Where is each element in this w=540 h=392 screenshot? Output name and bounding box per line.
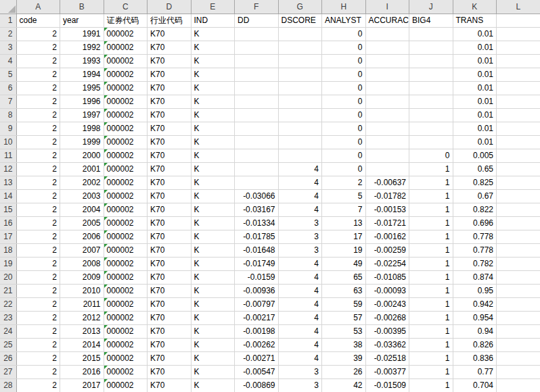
cell-D23[interactable]: K70 <box>148 311 192 324</box>
row-header-10[interactable]: 10 <box>0 135 16 149</box>
cell-J27[interactable]: 1 <box>409 365 453 378</box>
cell-J21[interactable]: 1 <box>409 284 453 297</box>
cell-K2[interactable]: 0.01 <box>453 27 497 41</box>
cell-G5[interactable] <box>278 68 322 81</box>
cell-A22[interactable]: 2 <box>16 297 60 311</box>
cell-J6[interactable] <box>409 81 453 95</box>
cell-C28[interactable]: 000002 <box>104 378 148 392</box>
cell-H10[interactable]: 0 <box>322 135 366 149</box>
cell-J7[interactable] <box>409 95 453 108</box>
cell-L22[interactable] <box>497 297 540 311</box>
cell-G23[interactable]: 4 <box>278 311 322 324</box>
cell-J4[interactable] <box>409 54 453 68</box>
cell-L13[interactable] <box>497 176 540 189</box>
cell-E26[interactable]: K <box>191 351 235 365</box>
cell-C12[interactable]: 000002 <box>104 162 148 176</box>
cell-L8[interactable] <box>497 108 540 122</box>
cell-K17[interactable]: 0.778 <box>453 230 497 243</box>
cell-D17[interactable]: K70 <box>148 230 192 243</box>
cell-K24[interactable]: 0.94 <box>453 324 497 338</box>
cell-G28[interactable]: 3 <box>278 378 322 392</box>
cell-K20[interactable]: 0.874 <box>453 270 497 284</box>
cell-I26[interactable]: -0.02518 <box>365 351 409 365</box>
column-header-I[interactable]: I <box>365 0 409 14</box>
cell-H27[interactable]: 26 <box>322 365 366 378</box>
cell-B1[interactable]: year <box>60 14 104 27</box>
cell-C19[interactable]: 000002 <box>104 257 148 270</box>
cell-G19[interactable]: 4 <box>278 257 322 270</box>
cell-A25[interactable]: 2 <box>16 338 60 351</box>
cell-B15[interactable]: 2004 <box>60 203 104 216</box>
cell-A18[interactable]: 2 <box>16 243 60 257</box>
cell-E18[interactable]: K <box>191 243 235 257</box>
cell-L10[interactable] <box>497 135 540 149</box>
cell-E1[interactable]: IND <box>191 14 235 27</box>
cell-D10[interactable]: K70 <box>148 135 192 149</box>
cell-B2[interactable]: 1991 <box>60 27 104 41</box>
cell-D26[interactable]: K70 <box>148 351 192 365</box>
cell-C24[interactable]: 000002 <box>104 324 148 338</box>
cell-A21[interactable]: 2 <box>16 284 60 297</box>
cell-E23[interactable]: K <box>191 311 235 324</box>
cell-D11[interactable]: K70 <box>148 149 192 162</box>
cell-B11[interactable]: 2000 <box>60 149 104 162</box>
cell-J24[interactable]: 1 <box>409 324 453 338</box>
cell-G7[interactable] <box>278 95 322 108</box>
cell-G9[interactable] <box>278 122 322 135</box>
cell-L6[interactable] <box>497 81 540 95</box>
cell-I28[interactable]: -0.01509 <box>365 378 409 392</box>
cell-H21[interactable]: 63 <box>322 284 366 297</box>
cell-D19[interactable]: K70 <box>148 257 192 270</box>
cell-H16[interactable]: 13 <box>322 216 366 230</box>
cell-L19[interactable] <box>497 257 540 270</box>
cell-I20[interactable]: -0.01085 <box>365 270 409 284</box>
column-header-A[interactable]: A <box>16 0 60 14</box>
cell-L3[interactable] <box>497 41 540 54</box>
cell-H26[interactable]: 39 <box>322 351 366 365</box>
cell-G12[interactable]: 4 <box>278 162 322 176</box>
column-header-G[interactable]: G <box>278 0 322 14</box>
cell-B20[interactable]: 2009 <box>60 270 104 284</box>
column-header-B[interactable]: B <box>60 0 104 14</box>
cell-B27[interactable]: 2016 <box>60 365 104 378</box>
cell-E16[interactable]: K <box>191 216 235 230</box>
cell-E15[interactable]: K <box>191 203 235 216</box>
cell-H23[interactable]: 57 <box>322 311 366 324</box>
cell-A4[interactable]: 2 <box>16 54 60 68</box>
cell-K19[interactable]: 0.782 <box>453 257 497 270</box>
cell-A5[interactable]: 2 <box>16 68 60 81</box>
cell-H11[interactable]: 0 <box>322 149 366 162</box>
cell-B7[interactable]: 1996 <box>60 95 104 108</box>
cell-G3[interactable] <box>278 41 322 54</box>
cell-G25[interactable]: 4 <box>278 338 322 351</box>
cell-L1[interactable] <box>497 14 540 27</box>
cell-G11[interactable] <box>278 149 322 162</box>
cell-K12[interactable]: 0.65 <box>453 162 497 176</box>
cell-G2[interactable] <box>278 27 322 41</box>
cell-G21[interactable]: 4 <box>278 284 322 297</box>
cell-E24[interactable]: K <box>191 324 235 338</box>
cell-D1[interactable]: 行业代码 <box>148 14 192 27</box>
cell-F28[interactable]: -0.00869 <box>235 378 279 392</box>
cell-F21[interactable]: -0.00936 <box>235 284 279 297</box>
cell-L14[interactable] <box>497 189 540 203</box>
cell-D22[interactable]: K70 <box>148 297 192 311</box>
cell-F17[interactable]: -0.01785 <box>235 230 279 243</box>
cell-J8[interactable] <box>409 108 453 122</box>
cell-E28[interactable]: K <box>191 378 235 392</box>
cell-E11[interactable]: K <box>191 149 235 162</box>
cell-F13[interactable] <box>235 176 279 189</box>
cell-I4[interactable] <box>365 54 409 68</box>
cell-J16[interactable]: 1 <box>409 216 453 230</box>
cell-J28[interactable]: 1 <box>409 378 453 392</box>
cell-B17[interactable]: 2006 <box>60 230 104 243</box>
column-header-E[interactable]: E <box>191 0 235 14</box>
row-header-28[interactable]: 28 <box>0 378 16 392</box>
cell-E22[interactable]: K <box>191 297 235 311</box>
column-header-C[interactable]: C <box>104 0 148 14</box>
cell-C3[interactable]: 000002 <box>104 41 148 54</box>
row-header-9[interactable]: 9 <box>0 122 16 135</box>
cell-A2[interactable]: 2 <box>16 27 60 41</box>
cell-L23[interactable] <box>497 311 540 324</box>
cell-L28[interactable] <box>497 378 540 392</box>
